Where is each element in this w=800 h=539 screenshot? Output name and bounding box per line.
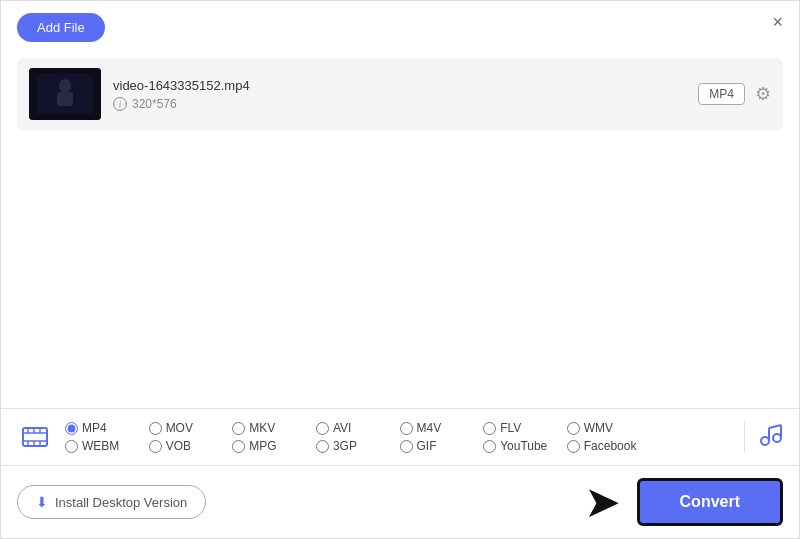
radio-facebook[interactable]	[567, 440, 580, 453]
radio-mp4[interactable]	[65, 422, 78, 435]
file-list: video-1643335152.mp4 i 320*576 MP4 ⚙	[1, 50, 799, 237]
svg-line-17	[769, 425, 781, 428]
radio-youtube[interactable]	[483, 440, 496, 453]
radio-webm[interactable]	[65, 440, 78, 453]
install-desktop-button[interactable]: ⬇ Install Desktop Version	[17, 485, 206, 519]
format-option-mp4[interactable]: MP4	[65, 421, 149, 435]
settings-icon[interactable]: ⚙	[755, 83, 771, 105]
format-option-3gp[interactable]: 3GP	[316, 439, 400, 453]
svg-point-2	[59, 79, 71, 93]
format-option-gif[interactable]: GIF	[400, 439, 484, 453]
thumbnail-image	[29, 68, 101, 120]
video-format-icon	[17, 419, 53, 455]
radio-mpg[interactable]	[232, 440, 245, 453]
format-options: MP4 MOV MKV AVI M4V FLV WMV	[65, 421, 734, 453]
file-info: video-1643335152.mp4 i 320*576	[113, 78, 686, 111]
radio-vob[interactable]	[149, 440, 162, 453]
format-badge: MP4	[698, 83, 745, 105]
svg-point-14	[773, 434, 781, 442]
radio-mkv[interactable]	[232, 422, 245, 435]
info-icon: i	[113, 97, 127, 111]
spacer	[1, 237, 799, 408]
svg-rect-4	[23, 428, 47, 446]
format-option-wmv[interactable]: WMV	[567, 421, 651, 435]
file-actions: MP4 ⚙	[698, 83, 771, 105]
add-file-button[interactable]: Add File	[17, 13, 105, 42]
convert-button[interactable]: Convert	[637, 478, 783, 526]
format-option-mkv[interactable]: MKV	[232, 421, 316, 435]
radio-m4v[interactable]	[400, 422, 413, 435]
bottom-bar: ⬇ Install Desktop Version ➤ Convert	[1, 465, 799, 538]
audio-format-icon[interactable]	[744, 421, 783, 453]
app-window: × Add File video-1643335152.m	[0, 0, 800, 539]
radio-3gp[interactable]	[316, 440, 329, 453]
format-option-facebook[interactable]: Facebook	[567, 439, 651, 453]
radio-wmv[interactable]	[567, 422, 580, 435]
convert-area: ➤ Convert	[584, 478, 783, 526]
download-icon: ⬇	[36, 494, 48, 510]
format-option-mpg[interactable]: MPG	[232, 439, 316, 453]
file-name: video-1643335152.mp4	[113, 78, 686, 93]
format-option-flv[interactable]: FLV	[483, 421, 567, 435]
svg-point-13	[761, 437, 769, 445]
arrow-right-icon: ➤	[584, 480, 621, 524]
radio-gif[interactable]	[400, 440, 413, 453]
close-button[interactable]: ×	[772, 13, 783, 31]
format-option-vob[interactable]: VOB	[149, 439, 233, 453]
format-option-webm[interactable]: WEBM	[65, 439, 149, 453]
radio-avi[interactable]	[316, 422, 329, 435]
format-option-m4v[interactable]: M4V	[400, 421, 484, 435]
file-dimensions: 320*576	[132, 97, 177, 111]
format-option-avi[interactable]: AVI	[316, 421, 400, 435]
format-bar: MP4 MOV MKV AVI M4V FLV WMV	[1, 408, 799, 465]
install-label: Install Desktop Version	[55, 495, 187, 510]
radio-flv[interactable]	[483, 422, 496, 435]
format-option-mov[interactable]: MOV	[149, 421, 233, 435]
file-meta: i 320*576	[113, 97, 686, 111]
radio-mov[interactable]	[149, 422, 162, 435]
format-option-youtube[interactable]: YouTube	[483, 439, 567, 453]
file-item: video-1643335152.mp4 i 320*576 MP4 ⚙	[17, 58, 783, 130]
file-thumbnail	[29, 68, 101, 120]
svg-rect-3	[57, 92, 73, 106]
toolbar: Add File	[1, 1, 799, 50]
